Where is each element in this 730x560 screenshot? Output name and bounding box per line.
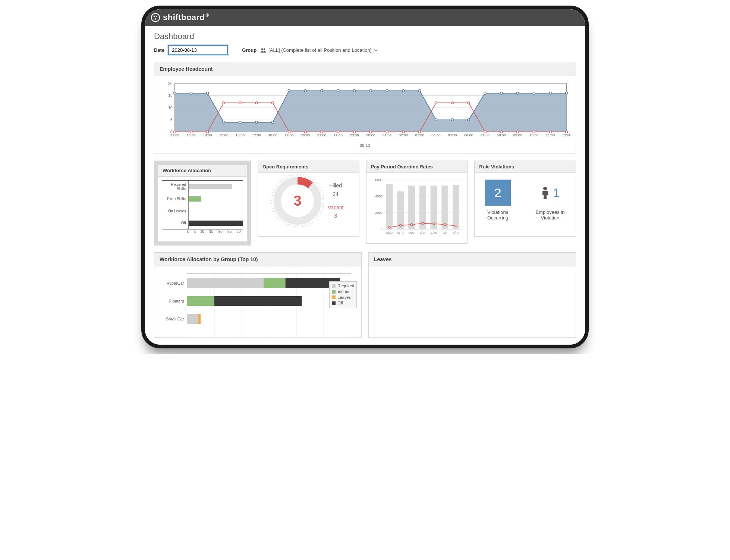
svg-rect-101 xyxy=(397,192,404,229)
svg-rect-100 xyxy=(386,184,393,229)
svg-rect-139 xyxy=(187,314,198,324)
svg-text:23:00: 23:00 xyxy=(350,133,359,137)
svg-point-17 xyxy=(174,92,176,94)
svg-text:01:00: 01:00 xyxy=(383,133,391,137)
svg-point-2 xyxy=(156,16,157,17)
employees-count: 1 xyxy=(553,186,560,200)
svg-point-0 xyxy=(151,13,160,22)
svg-point-36 xyxy=(484,92,486,94)
svg-point-31 xyxy=(402,90,405,92)
svg-text:15: 15 xyxy=(168,94,173,98)
vacant-label: Vacant xyxy=(328,203,344,212)
panel-rule-violations[interactable]: Rule Violations 2 Violations Occurring xyxy=(474,161,576,237)
workforce-by-group-chart: HyperCarFloatersSmall Car xyxy=(160,270,356,337)
svg-point-20 xyxy=(223,121,225,123)
svg-text:14:00: 14:00 xyxy=(203,133,212,137)
svg-point-109 xyxy=(410,224,412,225)
date-input[interactable] xyxy=(168,45,228,55)
svg-text:17:00: 17:00 xyxy=(252,133,261,137)
headcount-x-sublabel: 08-13 xyxy=(160,143,570,148)
svg-point-22 xyxy=(255,121,258,123)
svg-point-18 xyxy=(190,92,192,94)
bottom-panels-row: Workforce Allocation by Group (Top 10) H… xyxy=(154,252,576,344)
svg-text:03:00: 03:00 xyxy=(415,133,424,137)
svg-point-27 xyxy=(337,90,339,92)
panel-header-headcount: Employee Headcount xyxy=(154,62,576,76)
svg-point-33 xyxy=(435,119,437,121)
page-title: Dashboard xyxy=(154,32,576,41)
svg-text:02:00: 02:00 xyxy=(399,133,408,137)
svg-point-25 xyxy=(304,90,306,92)
svg-text:05:00: 05:00 xyxy=(448,133,457,137)
svg-text:00:00: 00:00 xyxy=(366,133,375,137)
svg-point-26 xyxy=(321,90,323,92)
svg-text:4000: 4000 xyxy=(375,194,382,198)
svg-point-28 xyxy=(353,90,355,92)
person-icon xyxy=(540,186,550,199)
brand-logo-icon xyxy=(151,13,160,22)
svg-point-59 xyxy=(451,102,453,104)
users-icon xyxy=(260,48,266,53)
filters-bar: Date Group [ALL] (Complete list of all P… xyxy=(154,45,576,55)
device-frame: shiftboard ® Dashboard Date Group [ALL] … xyxy=(141,6,589,348)
filled-label: Filled xyxy=(328,181,344,190)
svg-text:0: 0 xyxy=(381,227,383,231)
svg-text:7/11: 7/11 xyxy=(419,231,426,235)
svg-text:08:00: 08:00 xyxy=(497,133,506,137)
svg-point-4 xyxy=(261,48,263,50)
svg-text:20: 20 xyxy=(168,82,173,86)
panel-header-or: Open Requirements xyxy=(258,161,359,173)
svg-text:19:00: 19:00 xyxy=(284,133,293,137)
svg-point-60 xyxy=(468,102,470,104)
svg-point-3 xyxy=(155,18,156,19)
violations-label: Violations Occurring xyxy=(478,209,517,221)
panel-workforce-allocation[interactable]: Workforce Allocation Required Shifts Ext… xyxy=(158,164,247,242)
panel-header-wa: Workforce Allocation xyxy=(158,165,247,177)
svg-text:10:00: 10:00 xyxy=(529,133,538,137)
panel-overtime[interactable]: Pay Period Overtime Rates 02000400060005… xyxy=(366,161,468,244)
svg-rect-106 xyxy=(453,185,459,229)
svg-point-39 xyxy=(533,92,535,94)
svg-rect-102 xyxy=(408,186,415,229)
svg-text:22:00: 22:00 xyxy=(334,133,343,137)
svg-text:HyperCar: HyperCar xyxy=(166,281,184,285)
svg-point-29 xyxy=(369,90,372,92)
svg-text:7/25: 7/25 xyxy=(431,231,437,235)
panel-header-leaves: Leaves xyxy=(369,253,576,266)
svg-text:06:00: 06:00 xyxy=(464,133,473,137)
svg-point-38 xyxy=(516,92,519,94)
svg-text:15:00: 15:00 xyxy=(219,133,228,137)
svg-point-111 xyxy=(432,223,434,225)
date-label: Date xyxy=(154,47,164,53)
svg-point-48 xyxy=(271,102,274,104)
group-label: Group xyxy=(242,47,257,53)
brand-dot: ® xyxy=(206,13,209,18)
panel-workforce-by-group[interactable]: Workforce Allocation by Group (Top 10) H… xyxy=(154,252,362,338)
svg-point-110 xyxy=(422,222,424,224)
page-content: Dashboard Date Group [ALL] (Complete lis… xyxy=(145,26,585,345)
panel-leaves[interactable]: Leaves xyxy=(368,252,576,338)
svg-text:11:00: 11:00 xyxy=(546,133,555,137)
svg-text:6000: 6000 xyxy=(375,178,382,182)
svg-point-40 xyxy=(549,92,551,94)
employees-label: Employees in Violation xyxy=(528,209,572,221)
svg-rect-140 xyxy=(198,314,201,324)
screen: shiftboard ® Dashboard Date Group [ALL] … xyxy=(145,9,585,345)
panel-header-ot: Pay Period Overtime Rates xyxy=(366,161,468,173)
open-requirements-donut: 3 xyxy=(273,177,322,225)
svg-point-37 xyxy=(500,92,503,94)
svg-point-46 xyxy=(239,102,241,104)
svg-text:04:00: 04:00 xyxy=(431,133,440,137)
svg-point-30 xyxy=(386,90,388,92)
group-selector[interactable]: [ALL] (Complete list of all Position and… xyxy=(260,47,378,53)
panel-header-wag: Workforce Allocation by Group (Top 10) xyxy=(154,253,361,266)
svg-point-23 xyxy=(271,121,274,123)
panel-open-requirements[interactable]: Open Requirements 3 Filled 24 Vaca xyxy=(258,161,359,237)
svg-text:10: 10 xyxy=(168,106,173,110)
svg-point-32 xyxy=(419,90,421,92)
svg-text:5/30: 5/30 xyxy=(386,231,393,235)
svg-point-113 xyxy=(455,225,457,227)
svg-point-1 xyxy=(154,16,155,17)
svg-text:16:00: 16:00 xyxy=(236,133,245,137)
svg-point-34 xyxy=(451,119,453,121)
